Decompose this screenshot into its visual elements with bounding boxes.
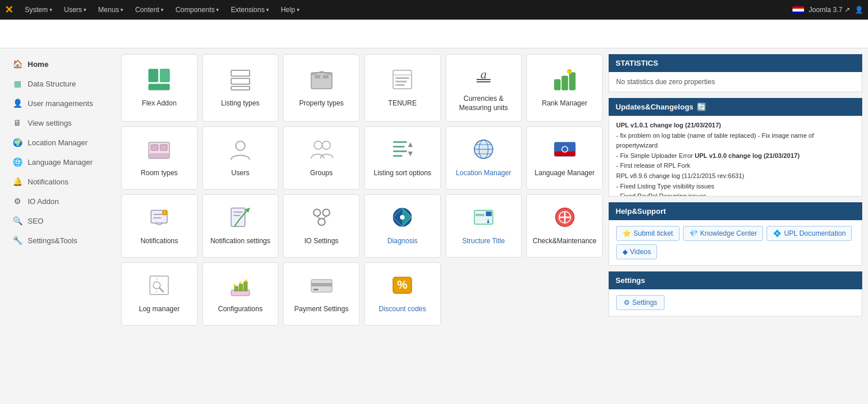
tile-diagnosis[interactable]: Diagnosis bbox=[364, 194, 441, 258]
sidebar-item-seo[interactable]: 🔍 SEO bbox=[6, 211, 115, 231]
svg-rect-4 bbox=[231, 78, 250, 84]
knowledge-center-button[interactable]: 💎 Knowledge Center bbox=[683, 226, 764, 241]
svg-point-53 bbox=[314, 209, 320, 216]
sidebar-label-io-addon: IO Addon bbox=[28, 197, 59, 206]
changelog-refresh-icon[interactable]: 🔄 bbox=[697, 103, 706, 111]
check-maintenance-label: Check&Maintenance bbox=[533, 237, 597, 246]
changelog-entry-5: - Fixed Listing Type visibility issues bbox=[616, 182, 855, 192]
svg-rect-51 bbox=[233, 212, 243, 213]
settings-panel-button[interactable]: ⚙ Settings bbox=[616, 295, 665, 310]
nav-menus[interactable]: Menus ▾ bbox=[93, 3, 128, 16]
sidebar-label-location-manager: Location Manager bbox=[28, 138, 88, 147]
tile-room-types[interactable]: Room types bbox=[121, 126, 198, 190]
svg-point-79 bbox=[245, 280, 247, 282]
svg-line-57 bbox=[323, 216, 326, 220]
nav-help-caret: ▾ bbox=[297, 7, 300, 13]
sidebar-item-language-manager[interactable]: 🌐 Language Manager bbox=[6, 152, 115, 172]
changelog-section: Updates&Changelogs 🔄 UPL v1.0.1 change l… bbox=[609, 98, 862, 197]
nav-help[interactable]: Help ▾ bbox=[276, 3, 304, 16]
nav-components[interactable]: Components ▾ bbox=[171, 3, 224, 16]
structure-title-icon: www. bbox=[472, 206, 495, 232]
home-icon: 🏠 bbox=[12, 58, 23, 70]
tile-payment-settings[interactable]: Payment Settings bbox=[283, 262, 360, 326]
svg-rect-28 bbox=[393, 141, 407, 143]
statistics-body: No statistics due zero properties bbox=[609, 72, 862, 92]
svg-text:www.: www. bbox=[475, 213, 485, 217]
sidebar-label-home: Home bbox=[28, 60, 48, 69]
flag-icon bbox=[792, 6, 804, 14]
sidebar-label-seo: SEO bbox=[28, 217, 43, 225]
tile-rank-manager[interactable]: Rank Manager bbox=[526, 54, 603, 122]
sidebar-item-view-settings[interactable]: 🖥 View settings bbox=[6, 113, 115, 133]
sidebar-label-notifications: Notifications bbox=[28, 178, 69, 186]
payment-settings-icon bbox=[310, 274, 333, 300]
user-icon[interactable]: 👤 bbox=[855, 6, 863, 14]
tile-users[interactable]: Users bbox=[202, 126, 279, 190]
nav-menus-caret: ▾ bbox=[120, 7, 123, 13]
nav-users[interactable]: Users ▾ bbox=[59, 3, 91, 16]
nav-system[interactable]: System ▾ bbox=[20, 3, 57, 16]
settings-tools-icon: 🔧 bbox=[12, 235, 23, 246]
tile-groups[interactable]: Groups bbox=[283, 126, 360, 190]
sidebar-item-home[interactable]: 🏠 Home bbox=[6, 54, 115, 74]
groups-icon bbox=[310, 138, 333, 164]
svg-rect-6 bbox=[311, 73, 332, 89]
discount-codes-label: Discount codes bbox=[379, 305, 426, 314]
sidebar-item-data-structure[interactable]: ▦ Data Structure bbox=[6, 74, 115, 93]
tile-discount-codes[interactable]: % Discount codes bbox=[364, 262, 441, 326]
statistics-title: STATISTICS bbox=[616, 59, 658, 67]
help-buttons-container: ⭐ Submit ticket 💎 Knowledge Center 💠 UPL… bbox=[609, 220, 862, 266]
tenure-label: TENURE bbox=[388, 99, 417, 108]
joomla-version[interactable]: Joomla 3.7 ↗ bbox=[809, 6, 850, 14]
settings-panel-section: Settings ⚙ Settings bbox=[609, 271, 862, 316]
nav-content[interactable]: Content ▾ bbox=[130, 3, 168, 16]
tile-tenure[interactable]: TENURE bbox=[364, 54, 441, 122]
tile-location-manager[interactable]: Location Manager bbox=[446, 126, 522, 190]
sidebar-label-user-managements: User managements bbox=[28, 99, 93, 108]
svg-rect-1 bbox=[160, 69, 169, 82]
svg-rect-46 bbox=[153, 217, 161, 218]
tile-configurations[interactable]: Configurations bbox=[202, 262, 279, 326]
sidebar-item-location-manager[interactable]: 🌍 Location Manager bbox=[6, 133, 115, 152]
upl-docs-icon: 💠 bbox=[773, 229, 782, 237]
svg-point-54 bbox=[323, 209, 330, 216]
joomla-logo: ✕ bbox=[5, 3, 13, 16]
log-manager-icon bbox=[148, 274, 171, 300]
subheader bbox=[0, 20, 868, 48]
tile-flex-addon[interactable]: Flex Addon bbox=[121, 54, 198, 122]
tile-language-manager[interactable]: Language Manager bbox=[526, 126, 603, 190]
submit-ticket-button[interactable]: ⭐ Submit ticket bbox=[616, 226, 680, 241]
svg-rect-74 bbox=[235, 286, 238, 291]
tile-log-manager[interactable]: Log manager bbox=[121, 262, 198, 326]
sidebar-item-user-managements[interactable]: 👤 User managements bbox=[6, 93, 115, 113]
knowledge-center-label: Knowledge Center bbox=[700, 229, 757, 237]
data-structure-icon: ▦ bbox=[12, 78, 23, 89]
tile-listing-types[interactable]: Listing types bbox=[202, 54, 279, 122]
videos-button[interactable]: ◆ Videos bbox=[616, 244, 657, 259]
tile-io-settings[interactable]: IO Settings bbox=[283, 194, 360, 258]
tile-notifications[interactable]: ! Notifications bbox=[121, 194, 198, 258]
notifications-tile-label: Notifications bbox=[141, 237, 178, 246]
notification-settings-icon bbox=[229, 206, 252, 232]
sidebar-item-settings-tools[interactable]: 🔧 Settings&Tools bbox=[6, 231, 115, 250]
io-settings-icon bbox=[310, 206, 333, 232]
settings-gear-icon: ⚙ bbox=[624, 299, 630, 307]
nav-content-caret: ▾ bbox=[161, 7, 164, 13]
tile-structure-title[interactable]: www. Structure Title bbox=[446, 194, 522, 258]
configurations-icon bbox=[229, 274, 252, 300]
upl-docs-button[interactable]: 💠 UPL Documentation bbox=[767, 226, 852, 241]
tile-property-types[interactable]: Property types bbox=[283, 54, 360, 122]
sidebar-item-notifications[interactable]: 🔔 Notifications bbox=[6, 172, 115, 191]
svg-point-26 bbox=[314, 141, 322, 149]
location-manager-icon: 🌍 bbox=[12, 137, 23, 148]
tile-currencies[interactable]: a Currencies & Measuring units bbox=[446, 54, 522, 122]
tile-listing-sort[interactable]: Listing sort options bbox=[364, 126, 441, 190]
svg-point-27 bbox=[322, 141, 330, 149]
videos-icon: ◆ bbox=[622, 248, 628, 256]
tile-check-maintenance[interactable]: Check&Maintenance bbox=[526, 194, 603, 258]
svg-rect-30 bbox=[393, 150, 407, 152]
tile-notification-settings[interactable]: Notification settings bbox=[202, 194, 279, 258]
sidebar-item-io-addon[interactable]: ⚙ IO Addon bbox=[6, 191, 115, 211]
nav-extensions[interactable]: Extensions ▾ bbox=[226, 3, 274, 16]
svg-rect-62 bbox=[486, 212, 492, 216]
